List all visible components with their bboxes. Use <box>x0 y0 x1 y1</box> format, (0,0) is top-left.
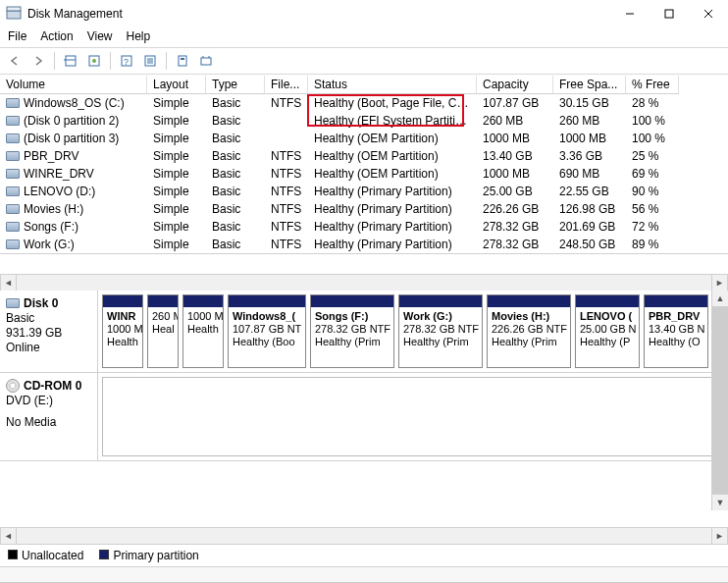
vol-layout: Simple <box>147 201 206 217</box>
vol-pct: 69 % <box>626 166 679 182</box>
vol-pct: 90 % <box>626 184 679 199</box>
table-row[interactable]: LENOVO (D:)SimpleBasicNTFSHealthy (Prima… <box>0 183 728 200</box>
vol-free: 30.15 GB <box>553 95 626 111</box>
svg-rect-0 <box>7 11 21 19</box>
disk0-name: Disk 0 <box>24 296 58 310</box>
svg-rect-6 <box>66 56 76 66</box>
vol-fs: NTFS <box>265 148 308 164</box>
vol-fs <box>265 137 308 139</box>
vol-fs: NTFS <box>265 95 308 111</box>
volume-icon <box>6 98 20 108</box>
partition[interactable]: Windows8_(107.87 GB NTHealthy (Boo <box>228 294 306 368</box>
vol-type: Basic <box>206 201 265 217</box>
menu-action[interactable]: Action <box>40 29 73 43</box>
vol-layout: Simple <box>147 219 206 235</box>
table-row[interactable]: Movies (H:)SimpleBasicNTFSHealthy (Prima… <box>0 200 728 218</box>
col-capacity[interactable]: Capacity <box>477 76 553 94</box>
vol-type: Basic <box>206 113 265 129</box>
scroll-down-icon[interactable]: ▼ <box>712 494 728 510</box>
svg-rect-3 <box>665 10 673 18</box>
partition[interactable]: LENOVO (25.00 GB NHealthy (P <box>575 294 640 368</box>
volume-icon <box>6 204 20 214</box>
col-volume[interactable]: Volume <box>0 76 147 94</box>
table-row[interactable]: WINRE_DRVSimpleBasicNTFSHealthy (OEM Par… <box>0 165 728 183</box>
vol-type: Basic <box>206 219 265 235</box>
window-title: Disk Management <box>27 7 123 21</box>
partition[interactable]: Work (G:)278.32 GB NTFHealthy (Prim <box>398 294 483 368</box>
partition[interactable]: WINR1000 MHealth <box>102 294 143 368</box>
col-type[interactable]: Type <box>206 76 265 94</box>
col-free[interactable]: Free Spa... <box>553 76 626 94</box>
volume-icon <box>6 186 20 196</box>
vol-cap: 25.00 GB <box>477 184 553 199</box>
svg-rect-16 <box>179 56 186 66</box>
col-status[interactable]: Status <box>308 76 477 94</box>
toolbar-settings[interactable] <box>195 50 217 72</box>
forward-button[interactable] <box>27 50 49 72</box>
disk-icon <box>6 298 20 308</box>
partition[interactable]: 260 MHeal <box>147 294 179 368</box>
legend-primary: Primary partition <box>99 549 198 562</box>
back-button[interactable] <box>4 50 26 72</box>
menu-view[interactable]: View <box>87 29 113 43</box>
col-pctfree[interactable]: % Free <box>626 76 679 94</box>
close-button[interactable] <box>689 0 728 27</box>
vol-status: Healthy (EFI System Partition) <box>308 113 477 129</box>
table-row[interactable]: (Disk 0 partition 2)SimpleBasicHealthy (… <box>0 112 728 130</box>
vol-cap: 1000 MB <box>477 131 553 146</box>
vol-fs: NTFS <box>265 237 308 252</box>
graphical-view: Disk 0 Basic 931.39 GB Online WINR1000 M… <box>0 291 728 544</box>
gview-hscrollbar[interactable]: ◄ ► <box>0 527 728 544</box>
toolbar: ? <box>0 47 728 75</box>
scroll-left-icon[interactable]: ◄ <box>0 275 17 291</box>
partition[interactable]: Songs (F:)278.32 GB NTFHealthy (Prim <box>310 294 394 368</box>
table-row[interactable]: PBR_DRVSimpleBasicNTFSHealthy (OEM Parti… <box>0 147 728 165</box>
table-row[interactable]: Windows8_OS (C:)SimpleBasicNTFSHealthy (… <box>0 94 728 112</box>
vol-name: (Disk 0 partition 2) <box>24 114 119 128</box>
vol-cap: 13.40 GB <box>477 148 553 164</box>
volume-icon <box>6 169 20 179</box>
scroll-right-icon[interactable]: ► <box>711 528 728 544</box>
table-row[interactable]: (Disk 0 partition 3)SimpleBasicHealthy (… <box>0 130 728 147</box>
menu-file[interactable]: File <box>8 29 26 43</box>
partition[interactable]: 1000 MHealth <box>182 294 224 368</box>
vol-fs: NTFS <box>265 201 308 217</box>
toolbar-help[interactable]: ? <box>116 50 137 72</box>
vol-layout: Simple <box>147 131 206 146</box>
table-row[interactable]: Songs (F:)SimpleBasicNTFSHealthy (Primar… <box>0 218 728 236</box>
vol-cap: 260 MB <box>477 113 553 129</box>
toolbar-list[interactable] <box>139 50 161 72</box>
list-hscrollbar[interactable]: ◄ ► <box>0 274 728 291</box>
volume-rows: Windows8_OS (C:)SimpleBasicNTFSHealthy (… <box>0 94 728 253</box>
cdrom-info[interactable]: CD-ROM 0 DVD (E:) No Media <box>0 373 98 460</box>
volume-icon <box>6 133 20 143</box>
svg-point-9 <box>92 59 96 63</box>
minimize-button[interactable] <box>610 0 650 27</box>
scroll-right-icon[interactable]: ► <box>711 275 728 291</box>
vol-cap: 1000 MB <box>477 166 553 182</box>
toolbar-view1[interactable] <box>60 50 81 72</box>
scroll-left-icon[interactable]: ◄ <box>0 528 17 544</box>
col-filesystem[interactable]: File... <box>265 76 308 94</box>
legend-unallocated: Unallocated <box>8 549 83 562</box>
vol-free: 201.69 GB <box>553 219 626 235</box>
gview-vscrollbar[interactable]: ▲ ▼ <box>711 291 728 510</box>
vol-type: Basic <box>206 131 265 146</box>
disk0-info[interactable]: Disk 0 Basic 931.39 GB Online <box>0 291 98 372</box>
maximize-button[interactable] <box>650 0 689 27</box>
menu-help[interactable]: Help <box>127 29 151 43</box>
table-row[interactable]: Work (G:)SimpleBasicNTFSHealthy (Primary… <box>0 236 728 253</box>
partition[interactable]: Movies (H:)226.26 GB NTFHealthy (Prim <box>487 294 571 368</box>
vol-free: 126.98 GB <box>553 201 626 217</box>
disk0-type: Basic <box>6 311 91 325</box>
toolbar-props[interactable] <box>172 50 193 72</box>
partition[interactable]: PBR_DRV13.40 GB NHealthy (O <box>644 294 708 368</box>
toolbar-refresh[interactable] <box>83 50 105 72</box>
col-layout[interactable]: Layout <box>147 76 206 94</box>
vol-type: Basic <box>206 184 265 199</box>
vol-name: PBR_DRV <box>24 149 78 163</box>
scroll-up-icon[interactable]: ▲ <box>712 291 728 307</box>
cdrom-strip <box>98 373 728 460</box>
vol-cap: 278.32 GB <box>477 219 553 235</box>
disk-row-0: Disk 0 Basic 931.39 GB Online WINR1000 M… <box>0 291 728 373</box>
